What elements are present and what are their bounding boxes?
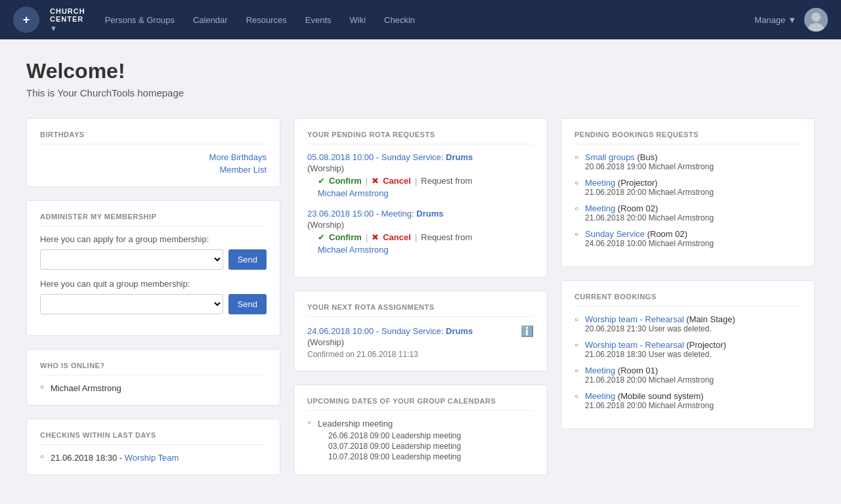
booking-link-2[interactable]: Meeting xyxy=(585,178,615,188)
current-bookings-card: CURRENT BOOKINGS Worship team - Rehearsa… xyxy=(561,280,815,429)
booking-sub-2: 21.06.2018 20:00 Michael Armstrong xyxy=(585,188,801,197)
current-item-4: Meeting (Mobile sound system) 21.06.2018… xyxy=(574,391,801,410)
confirm-row-2: ✔ Confirm | ✖ Cancel | Request from xyxy=(307,232,534,242)
rota-request-item: 05.08.2018 10:00 - Sunday Service: Drums… xyxy=(307,152,534,198)
svg-point-1 xyxy=(811,12,821,22)
check-icon-2: ✔ xyxy=(318,232,325,242)
assignment-sub: (Worship) xyxy=(307,337,534,347)
apply-send-button[interactable]: Send xyxy=(228,249,267,270)
church-name[interactable]: CHURCHCENTER ▼ xyxy=(50,7,85,33)
confirm-button-1[interactable]: Confirm xyxy=(329,176,362,186)
checkin-item: 21.06.2018 18:30 - Worship Team xyxy=(40,453,267,463)
rota-request-sub-2: (Worship) xyxy=(307,220,534,230)
rota-requests-card: YOUR PENDING ROTA REQUESTS 05.08.2018 10… xyxy=(293,118,548,278)
request-from-1: Request from xyxy=(421,176,472,186)
requester-link-2[interactable]: Michael Armstrong xyxy=(318,245,389,255)
rota-request-item-2: 23.06.2018 15:00 - Meeting: Drums (Worsh… xyxy=(307,209,534,255)
middle-column: YOUR PENDING ROTA REQUESTS 05.08.2018 10… xyxy=(293,118,548,475)
checkins-title: CHECKINS WITHIN LAST DAYS xyxy=(40,431,267,445)
rota-request-sub-1: (Worship) xyxy=(307,163,534,173)
nav-events[interactable]: Events xyxy=(296,0,341,39)
x-icon-1: ✖ xyxy=(372,176,379,186)
current-link-2[interactable]: Worship team - Rehearsal xyxy=(585,340,684,350)
date-item-2: 03.07.2018 09:00 Leadership meeting xyxy=(307,442,534,451)
manage-button[interactable]: Manage ▼ xyxy=(754,15,796,25)
logo-icon[interactable]: + xyxy=(13,7,39,33)
nav-wiki[interactable]: Wiki xyxy=(341,0,376,39)
current-sub-3: 21.06.2018 20:00 Michael Armstrong xyxy=(585,375,801,385)
check-icon-1: ✔ xyxy=(318,176,325,186)
current-link-4[interactable]: Meeting xyxy=(585,391,615,401)
right-column: PENDING BOOKINGS REQUESTS Small groups (… xyxy=(561,118,815,475)
checkins-card: CHECKINS WITHIN LAST DAYS 21.06.2018 18:… xyxy=(26,419,280,475)
current-item-2: Worship team - Rehearsal (Projector) 21.… xyxy=(574,340,801,359)
quit-send-button[interactable]: Send xyxy=(228,294,267,314)
current-link-1[interactable]: Worship team - Rehearsal xyxy=(585,314,684,324)
cancel-button-1[interactable]: Cancel xyxy=(383,176,411,186)
church-dropdown-icon[interactable]: ▼ xyxy=(50,24,57,32)
upcoming-dates-card: UPCOMING DATES OF YOUR GROUP CALENDARS L… xyxy=(293,385,548,475)
current-item-3: Meeting (Room 01) 21.06.2018 20:00 Micha… xyxy=(574,366,801,385)
info-icon[interactable]: ℹ️ xyxy=(521,325,534,337)
apply-input-row: Send xyxy=(40,249,267,270)
rota-assignments-card: YOUR NEXT ROTA ASSIGNMENTS 24.06.2018 10… xyxy=(293,291,548,371)
nav-persons-groups[interactable]: Persons & Groups xyxy=(96,0,184,39)
online-user: Michael Armstrong xyxy=(40,383,267,393)
current-item-1: Worship team - Rehearsal (Main Stage) 20… xyxy=(574,314,801,333)
current-bookings-title: CURRENT BOOKINGS xyxy=(574,293,801,306)
administer-card: ADMINISTER MY MEMBERSHIP Here you can ap… xyxy=(26,200,280,336)
quit-desc: Here you can quit a group membership: xyxy=(40,279,267,289)
confirm-button-2[interactable]: Confirm xyxy=(329,232,362,242)
current-extra-2: (Projector) xyxy=(684,340,726,350)
member-list-link[interactable]: Member List xyxy=(219,165,267,175)
rota-request-title-2: 23.06.2018 15:00 - Meeting: Drums xyxy=(307,209,534,219)
nav-resources[interactable]: Resources xyxy=(237,0,296,39)
booking-extra-1: (Bus) xyxy=(635,152,658,162)
administer-title: ADMINISTER MY MEMBERSHIP xyxy=(40,213,267,226)
assignment-item: 24.06.2018 10:00 - Sunday Service: Drums… xyxy=(307,325,534,359)
requester-link-1[interactable]: Michael Armstrong xyxy=(318,188,389,198)
booking-item-4: Sunday Service (Room 02) 24.06.2018 10:0… xyxy=(574,229,801,248)
quit-select[interactable] xyxy=(40,294,223,314)
header-left: + CHURCHCENTER ▼ Persons & Groups Calend… xyxy=(13,0,424,39)
page-subtitle: This is Your ChurchTools homepage xyxy=(26,87,815,98)
left-column: BIRTHDAYS More Birthdays Member List ADM… xyxy=(26,118,280,475)
confirmed-text: Confirmed on 21.06.2018 11:13 xyxy=(307,350,534,359)
cancel-button-2[interactable]: Cancel xyxy=(383,232,411,242)
avatar[interactable] xyxy=(804,8,828,32)
current-sub-1: 20.06.2018 21:30 User was deleted. xyxy=(585,324,801,333)
booking-link-3[interactable]: Meeting xyxy=(585,203,615,213)
current-extra-3: (Room 01) xyxy=(615,366,658,375)
checkin-team-link[interactable]: Worship Team xyxy=(125,453,179,463)
nav-checkin[interactable]: Checkin xyxy=(375,0,424,39)
group-name: Leadership meeting xyxy=(307,419,534,429)
birthday-links: More Birthdays Member List xyxy=(40,152,267,175)
apply-select[interactable] xyxy=(40,249,223,270)
who-online-card: WHO IS ONLINE? Michael Armstrong xyxy=(26,349,280,406)
booking-sub-3: 21.06.2018 20:00 Michael Armstrong xyxy=(585,213,801,222)
booking-link-4[interactable]: Sunday Service xyxy=(585,229,645,239)
rota-request-link-1[interactable]: 05.08.2018 10:00 - Sunday Service: Drums xyxy=(307,152,473,162)
current-sub-4: 21.06.2018 20:00 Michael Armstrong xyxy=(585,401,801,410)
assignment-link[interactable]: 24.06.2018 10:00 - Sunday Service: Drums xyxy=(307,326,473,336)
more-birthdays-link[interactable]: More Birthdays xyxy=(209,152,267,162)
booking-item-3: Meeting (Room 02) 21.06.2018 20:00 Micha… xyxy=(574,203,801,222)
booking-sub-4: 24.06.2018 10:00 Michael Armstrong xyxy=(585,239,801,248)
who-online-title: WHO IS ONLINE? xyxy=(40,362,267,375)
pending-bookings-title: PENDING BOOKINGS REQUESTS xyxy=(574,131,801,144)
quit-input-row: Send xyxy=(40,294,267,314)
request-from-2: Request from xyxy=(421,232,472,242)
rota-request-link-2[interactable]: 23.06.2018 15:00 - Meeting: Drums xyxy=(307,209,443,219)
assignment-title-row: 24.06.2018 10:00 - Sunday Service: Drums… xyxy=(307,325,534,337)
manage-dropdown-icon: ▼ xyxy=(788,15,796,25)
booking-extra-4: (Room 02) xyxy=(645,229,687,239)
current-link-3[interactable]: Meeting xyxy=(585,366,615,375)
booking-link-1[interactable]: Small groups xyxy=(585,152,635,162)
apply-desc: Here you can apply for a group membershi… xyxy=(40,234,267,244)
rota-requests-title: YOUR PENDING ROTA REQUESTS xyxy=(307,131,534,144)
birthdays-card: BIRTHDAYS More Birthdays Member List xyxy=(26,118,280,187)
nav-calendar[interactable]: Calendar xyxy=(184,0,237,39)
main-content: Welcome! This is Your ChurchTools homepa… xyxy=(0,39,841,495)
date-item-1: 26.06.2018 09:00 Leadership meeting xyxy=(307,431,534,440)
assignment-event: 24.06.2018 10:00 - Sunday Service: Drums xyxy=(307,326,473,336)
